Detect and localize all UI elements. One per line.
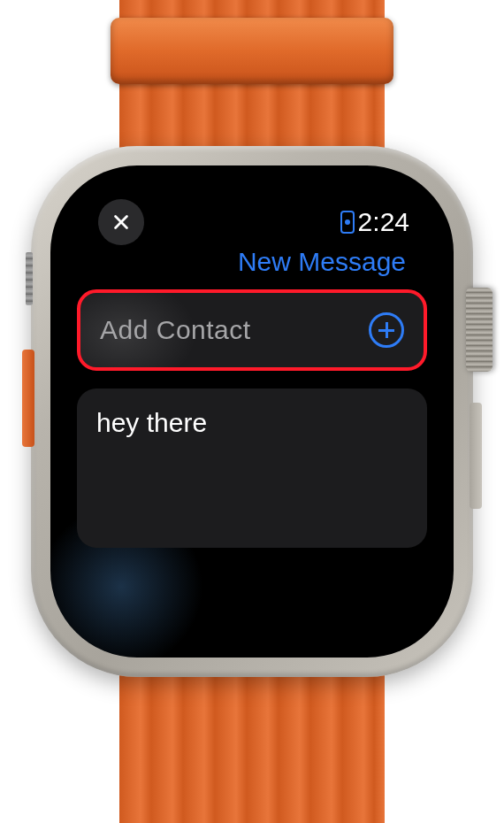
watch-case: 2:24 New Message Add Contact hey there (31, 146, 473, 677)
close-icon (111, 212, 131, 232)
side-button[interactable] (470, 403, 482, 509)
plus-circle-icon (369, 312, 404, 348)
add-contact-label: Add Contact (100, 315, 251, 345)
status-bar: 2:24 (75, 199, 429, 245)
message-text: hey there (96, 408, 207, 437)
clock-time: 2:24 (358, 207, 409, 237)
action-button[interactable] (22, 350, 34, 447)
status-right: 2:24 (340, 207, 409, 237)
screen-bezel: 2:24 New Message Add Contact hey there (50, 165, 454, 658)
screen: 2:24 New Message Add Contact hey there (68, 183, 436, 640)
page-title: New Message (75, 245, 429, 289)
phone-connected-icon (340, 211, 355, 234)
add-contact-row[interactable]: Add Contact (77, 289, 427, 371)
watch-band-loop (111, 18, 393, 84)
digital-crown[interactable] (466, 288, 493, 372)
close-button[interactable] (98, 199, 144, 245)
speaker-grille (26, 252, 33, 305)
message-body-field[interactable]: hey there (77, 388, 427, 548)
